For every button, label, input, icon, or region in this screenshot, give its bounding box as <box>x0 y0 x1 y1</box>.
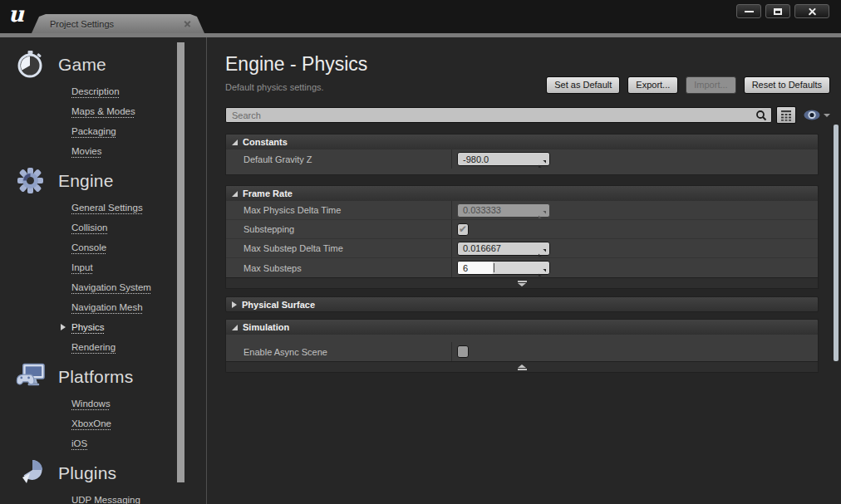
setting-label: Enable Async Scene <box>226 342 452 361</box>
minimize-button[interactable] <box>736 4 761 18</box>
sidebar-item-packaging[interactable]: Packaging <box>71 125 116 137</box>
section-header-physical-surface[interactable]: Physical Surface <box>225 296 819 312</box>
view-options-button[interactable] <box>800 109 830 121</box>
sidebar-item-windows[interactable]: Windows <box>71 398 111 409</box>
setting-label: Default Gravity Z <box>226 149 452 169</box>
sidebar-item-rendering[interactable]: Rendering <box>71 341 116 353</box>
sidebar-section-title: Platforms <box>58 367 134 387</box>
setting-label: Max Substeps <box>226 258 452 277</box>
sidebar-item-xboxone[interactable]: XboxOne <box>71 418 111 429</box>
project-settings-window: u Project Settings <box>0 0 841 504</box>
chevron-down-icon <box>824 114 830 117</box>
section-title: Constants <box>243 137 288 147</box>
desktop-gamepad-icon <box>15 361 46 392</box>
import-button[interactable]: Import... <box>686 76 735 94</box>
expanded-triangle-icon <box>232 191 238 197</box>
section-body-frame-rate: Max Physics Delta Time Substepping <box>225 201 819 278</box>
default-gravity-z-input[interactable] <box>457 152 550 166</box>
stopwatch-icon <box>15 49 46 80</box>
sidebar-item-ios[interactable]: iOS <box>71 438 87 449</box>
sidebar-section-title: Plugins <box>58 463 116 483</box>
grid-view-icon <box>780 110 792 121</box>
export-button[interactable]: Export... <box>627 76 678 94</box>
section-title: Frame Rate <box>243 188 293 198</box>
max-physics-delta-time-input <box>457 203 550 218</box>
show-advanced-expander[interactable] <box>225 278 819 289</box>
minimize-icon <box>745 11 754 12</box>
numeric-input[interactable] <box>458 154 549 164</box>
sidebar-item-general-settings[interactable]: General Settings <box>71 202 143 213</box>
setting-row-enable-async-scene: Enable Async Scene ✔ <box>226 342 818 361</box>
sidebar-scrollbar[interactable] <box>177 42 184 482</box>
hide-advanced-expander[interactable] <box>225 362 819 373</box>
sidebar-item-navigation-system[interactable]: Navigation System <box>71 281 151 293</box>
search-input[interactable] <box>226 110 771 120</box>
settings-toolbar: Set as Default Export... Import... Reset… <box>546 76 830 94</box>
expanded-triangle-icon <box>232 139 238 145</box>
section-title: Simulation <box>243 322 289 332</box>
main-scrollbar[interactable] <box>834 125 839 361</box>
sidebar-item-maps-modes[interactable]: Maps & Modes <box>71 105 135 117</box>
titlebar: u Project Settings <box>0 0 841 33</box>
numeric-input[interactable] <box>458 243 549 253</box>
spinner-drag-icon <box>539 245 546 260</box>
setting-row-max-substeps: Max Substeps 6 <box>226 258 818 277</box>
maximize-icon <box>774 8 782 15</box>
window-controls <box>736 4 829 18</box>
enable-async-scene-checkbox[interactable]: ✔ <box>457 345 469 358</box>
setting-label: Max Substep Delta Time <box>226 239 452 257</box>
collapsed-triangle-icon <box>232 301 237 308</box>
sidebar-item-udp-messaging[interactable]: UDP Messaging <box>71 494 140 504</box>
settings-main-panel: Engine - Physics Default physics setting… <box>207 37 841 504</box>
reset-to-defaults-button[interactable]: Reset to Defaults <box>744 76 830 94</box>
sidebar-item-description[interactable]: Description <box>71 86 120 97</box>
text-caret <box>494 263 494 272</box>
setting-row-max-physics-delta-time: Max Physics Delta Time <box>226 201 818 220</box>
search-box <box>225 107 772 123</box>
numeric-input[interactable]: 6 <box>458 262 493 274</box>
expanded-triangle-icon <box>232 325 238 330</box>
plugin-pie-icon <box>15 458 46 488</box>
gear-icon <box>15 165 46 196</box>
section-title: Physical Surface <box>242 300 315 310</box>
grid-view-button[interactable] <box>776 106 796 124</box>
spinner-drag-icon <box>539 207 546 222</box>
close-button[interactable] <box>794 4 829 18</box>
check-icon: ✔ <box>459 224 467 234</box>
close-icon <box>808 7 817 16</box>
tab-project-settings[interactable]: Project Settings <box>32 14 204 33</box>
expand-down-icon <box>518 283 526 286</box>
numeric-input <box>458 205 549 215</box>
max-substeps-input[interactable]: 6 <box>457 261 550 275</box>
sidebar-item-physics[interactable]: Physics <box>71 321 105 333</box>
section-header-frame-rate[interactable]: Frame Rate <box>225 185 819 201</box>
sidebar-item-movies[interactable]: Movies <box>71 145 101 157</box>
setting-row-max-substep-delta-time: Max Substep Delta Time <box>226 239 818 258</box>
setting-label: Max Physics Delta Time <box>226 201 452 219</box>
substepping-checkbox[interactable]: ✔ <box>457 223 469 236</box>
page-title: Engine - Physics <box>225 53 819 76</box>
collapse-up-icon <box>518 365 526 368</box>
sidebar-item-input[interactable]: Input <box>71 262 93 273</box>
sidebar-section-title: Engine <box>58 171 114 191</box>
unreal-engine-logo-icon: u <box>8 2 24 27</box>
section-body-constants: Default Gravity Z <box>225 149 819 175</box>
max-substep-delta-time-input[interactable] <box>457 242 550 256</box>
section-header-constants[interactable]: Constants <box>225 134 819 149</box>
search-row <box>225 106 830 124</box>
settings-sidebar: Game Description Maps & Modes Packaging … <box>0 37 207 504</box>
set-as-default-button[interactable]: Set as Default <box>546 76 620 94</box>
section-header-simulation[interactable]: Simulation <box>225 319 819 335</box>
sidebar-item-collision[interactable]: Collision <box>71 222 107 233</box>
sidebar-item-console[interactable]: Console <box>71 242 106 253</box>
sidebar-item-navigation-mesh[interactable]: Navigation Mesh <box>71 301 143 313</box>
tab-title: Project Settings <box>50 19 184 29</box>
section-body-simulation: Enable Async Scene ✔ <box>225 335 819 362</box>
maximize-button[interactable] <box>765 4 790 18</box>
setting-row-substepping: Substepping ✔ <box>226 220 818 239</box>
spinner-drag-icon <box>539 156 546 171</box>
settings-sections: Constants Default Gravity Z <box>225 134 819 373</box>
setting-label: Substepping <box>226 220 452 238</box>
tab-close-icon[interactable] <box>184 20 191 27</box>
selected-arrow-icon <box>61 324 66 330</box>
